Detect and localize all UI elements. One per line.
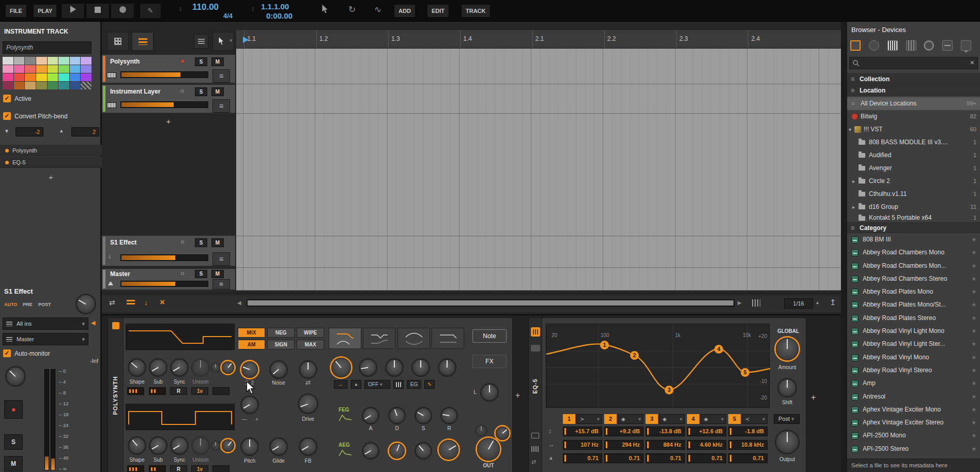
favorite-star-icon[interactable]: [971, 416, 976, 429]
output-volume-knob[interactable]: [477, 438, 500, 461]
mute-button[interactable]: M: [211, 270, 224, 278]
color-swatch[interactable]: [25, 82, 36, 89]
band1-freq-value[interactable]: 107 Hz: [563, 440, 602, 450]
automation-icon[interactable]: [374, 4, 381, 15]
solo-button[interactable]: S: [195, 270, 207, 278]
level-mod-knob[interactable]: [496, 427, 509, 440]
favorite-star-icon[interactable]: [971, 260, 976, 272]
band5-freq-value[interactable]: 10.8 kHz: [728, 440, 768, 450]
band1-type-select[interactable]: ≻: [576, 414, 602, 424]
recent-filter-icon[interactable]: [924, 40, 934, 51]
location-all-devices[interactable]: All Device Locations 99+: [847, 97, 980, 110]
device-header-strip[interactable]: EQ-5: [529, 318, 542, 472]
track-volume-knob[interactable]: [6, 367, 25, 386]
grid-mode-icon[interactable]: [531, 446, 539, 452]
neg-mode-button[interactable]: NEG: [267, 328, 295, 338]
band2-gain-value[interactable]: +9.2 dB: [604, 427, 644, 436]
location-kontakt[interactable]: Kontakt 5 Portable x64 1: [847, 214, 980, 222]
color-swatch[interactable]: [25, 65, 36, 73]
tab-post[interactable]: POST: [38, 302, 51, 307]
browser-device-row[interactable]: Abbey Road Chambers Stereo: [847, 272, 980, 285]
favorite-star-icon[interactable]: [971, 364, 976, 377]
browser-device-row[interactable]: Aphex Vintage Exciter Stereo: [847, 416, 980, 429]
band1-number-button[interactable]: 1: [563, 414, 575, 424]
track-header-master[interactable]: Master S M: [102, 269, 235, 291]
color-swatch[interactable]: [3, 57, 13, 65]
osc2-sync-knob[interactable]: [171, 437, 188, 454]
osc1-shape-knob[interactable]: [129, 359, 145, 376]
location-d16-group[interactable]: d16 Group 11: [847, 201, 980, 214]
inspector-add-device-button[interactable]: +: [0, 173, 102, 181]
favorite-star-icon[interactable]: [971, 403, 976, 416]
filter-mod-knob[interactable]: [439, 359, 455, 376]
pan-knob[interactable]: [481, 384, 498, 401]
track-volume-slider[interactable]: [120, 254, 208, 261]
follow-playhead-icon[interactable]: [109, 298, 115, 307]
mute-button[interactable]: M: [4, 456, 23, 471]
location-audified[interactable]: Audified 1: [847, 149, 980, 162]
bend-down-icon[interactable]: [4, 128, 9, 134]
osc2-semitone-display[interactable]: [149, 465, 166, 472]
feg-attack-knob[interactable]: [363, 408, 378, 423]
browser-device-row[interactable]: Antresol: [847, 390, 980, 403]
max-mode-button[interactable]: MAX: [297, 340, 324, 349]
eq-device-icon[interactable]: [531, 327, 540, 337]
location-808-bass-module[interactable]: 808 BASS MODULE III v3.... 1: [847, 136, 980, 149]
color-swatch[interactable]: [58, 73, 69, 81]
automation-lanes-icon[interactable]: [127, 300, 135, 306]
color-swatch[interactable]: [58, 57, 69, 65]
grid-resolution-select[interactable]: 1/16: [784, 298, 813, 309]
browser-device-row[interactable]: Abbey Road Vinyl Mono: [847, 351, 980, 364]
location-circle2[interactable]: Circle 2 1: [847, 175, 980, 188]
color-swatch[interactable]: [81, 57, 91, 65]
stop-button[interactable]: [86, 3, 110, 19]
edit-pencil-icon[interactable]: [424, 380, 435, 389]
location-header[interactable]: Location: [847, 85, 980, 96]
overdub-button[interactable]: [140, 3, 161, 19]
browser-device-row[interactable]: Abbey Road Plates Mono/St...: [847, 298, 980, 311]
track-volume-slider[interactable]: [120, 281, 208, 287]
favorite-star-icon[interactable]: [971, 351, 976, 364]
scroll-right-icon[interactable]: [738, 300, 742, 306]
band1-handle[interactable]: 1: [600, 341, 609, 349]
eq-curve-display[interactable]: 20 100 1k 10k +20 -10 -20 1 2 3 4 5: [546, 324, 770, 408]
horizontal-scrollbar[interactable]: [247, 299, 734, 307]
color-swatch[interactable]: [81, 73, 91, 81]
wipe-mode-button[interactable]: WIPE: [297, 328, 324, 338]
osc2-waveform-display[interactable]: [126, 404, 235, 430]
monitor-filter-icon[interactable]: [961, 40, 971, 51]
sign-mode-button[interactable]: SIGN: [267, 340, 295, 349]
presets-filter-icon[interactable]: [869, 40, 879, 51]
osc1-octave-display[interactable]: [127, 387, 144, 395]
band5-q-value[interactable]: 0.71: [728, 453, 768, 463]
osc1-sync-knob[interactable]: [171, 359, 188, 376]
filter-type-notch-button[interactable]: [363, 328, 395, 349]
solo-button[interactable]: S: [4, 434, 23, 450]
color-swatch[interactable]: [3, 82, 13, 89]
location-vst-folder[interactable]: !!! VST 60: [847, 123, 980, 136]
band5-number-button[interactable]: 5: [728, 414, 741, 424]
record-arm-button[interactable]: [4, 400, 23, 419]
osc2-unison-knob[interactable]: [192, 437, 209, 454]
osc2-voices-knob[interactable]: [222, 439, 234, 452]
color-swatch[interactable]: [14, 73, 25, 81]
device-enable-led[interactable]: [112, 322, 119, 329]
zoom-icon[interactable]: [752, 299, 760, 307]
browser-device-row[interactable]: Aphex Vintage Exciter Mono: [847, 403, 980, 416]
color-swatch[interactable]: [70, 82, 81, 89]
files-filter-icon[interactable]: [942, 40, 953, 51]
track-name[interactable]: Polysynth: [110, 58, 140, 65]
band4-number-button[interactable]: 4: [687, 414, 699, 424]
browser-device-row[interactable]: Amp: [847, 377, 980, 390]
device-list-item-eq5[interactable]: EQ-5: [0, 157, 102, 168]
tempo-drag-icon[interactable]: [179, 5, 182, 12]
display-mode-icon[interactable]: [531, 433, 539, 438]
osc1-unison-knob[interactable]: [192, 359, 209, 376]
osc1-retrig-button[interactable]: R: [170, 387, 187, 395]
favorite-star-icon[interactable]: [971, 390, 976, 403]
browser-device-row[interactable]: API-2500 Mono: [847, 429, 980, 442]
active-checkbox[interactable]: [3, 95, 11, 102]
bend-down-value[interactable]: -2: [16, 127, 43, 136]
cursor-tool-button[interactable]: [212, 32, 234, 51]
mix-mode-button[interactable]: MIX: [238, 328, 265, 338]
